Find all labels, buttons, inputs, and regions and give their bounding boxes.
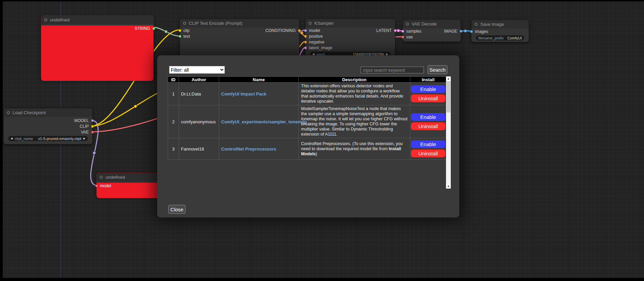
output-slot-conditioning[interactable] bbox=[298, 29, 301, 32]
input-slot-samples[interactable] bbox=[401, 30, 404, 33]
extension-row: 2 comfyanonymous ComfyUI_experiments/sam… bbox=[168, 105, 446, 138]
extension-description: This extension offers various detector n… bbox=[299, 83, 410, 105]
prev-arrow-icon[interactable]: ◀ bbox=[11, 137, 13, 140]
node-title-bar[interactable]: undefined bbox=[41, 16, 153, 24]
node-title: Load Checkpoint bbox=[13, 110, 46, 115]
extension-author: Fannovel16 bbox=[179, 138, 219, 160]
collapse-dot-icon[interactable] bbox=[44, 18, 47, 21]
output-slot-model[interactable] bbox=[91, 119, 94, 122]
input-slot-clip[interactable] bbox=[179, 29, 181, 32]
column-header-id: ID bbox=[168, 77, 179, 83]
extension-author: Dr.Lt.Data bbox=[179, 83, 219, 105]
uninstall-button[interactable]: Uninstall bbox=[411, 150, 445, 157]
node-body: images filename_prefix ComfyUI bbox=[472, 29, 529, 40]
node-body: model LATENT positive negative latent_im… bbox=[306, 28, 395, 57]
output-slot-string[interactable] bbox=[152, 27, 155, 30]
input-slot-latent-image[interactable] bbox=[304, 47, 307, 49]
node-title: VAE Decode bbox=[412, 21, 436, 27]
output-slot-label: VAE bbox=[81, 130, 89, 135]
input-slot-label: vae bbox=[406, 35, 413, 39]
next-arrow-icon[interactable]: ▶ bbox=[83, 137, 85, 140]
extension-description: ControlNet Preprocessors. (To use this e… bbox=[299, 138, 410, 160]
extension-row: 3 Fannovel16 ControlNet Preprocessors Co… bbox=[168, 138, 446, 160]
enable-button[interactable]: Enable bbox=[411, 140, 445, 148]
node-vae-decode[interactable]: VAE Decode samples IMAGE vae bbox=[402, 19, 461, 42]
input-slot-positive[interactable] bbox=[304, 35, 307, 38]
table-scrollbar[interactable]: ▲ ▼ bbox=[446, 76, 451, 189]
node-undefined-top[interactable]: undefined STRING bbox=[41, 15, 154, 80]
collapse-dot-icon[interactable] bbox=[183, 22, 186, 25]
uninstall-button[interactable]: Uninstall bbox=[411, 94, 445, 102]
node-title: undefined bbox=[50, 17, 69, 22]
input-slot-label: model bbox=[100, 183, 111, 188]
input-slot-negative[interactable] bbox=[304, 41, 307, 43]
input-slot-images[interactable] bbox=[470, 30, 473, 33]
output-slot-image[interactable] bbox=[460, 30, 462, 33]
ckpt-name-widget[interactable]: ◀ ckpt_name v1-5-pruned-emaonly.ckpt ▶ bbox=[8, 136, 88, 141]
input-slot-label: images bbox=[475, 29, 488, 34]
widget-value: ComfyUI bbox=[507, 36, 522, 40]
node-load-checkpoint[interactable]: Load Checkpoint MODEL CLIP VAE ◀ ckpt_na… bbox=[3, 108, 93, 144]
output-slot-vae[interactable] bbox=[91, 131, 94, 134]
collapse-dot-icon[interactable] bbox=[100, 176, 103, 179]
search-button[interactable]: Search bbox=[428, 65, 447, 74]
output-slot-label: CLIP bbox=[80, 124, 89, 129]
collapse-dot-icon[interactable] bbox=[475, 23, 478, 26]
extension-id: 2 bbox=[168, 105, 179, 138]
column-header-author: Author bbox=[179, 77, 219, 83]
node-title: KSampler bbox=[314, 21, 334, 26]
extension-id: 3 bbox=[168, 138, 179, 160]
close-button[interactable]: Close bbox=[168, 205, 185, 214]
scroll-down-icon[interactable]: ▼ bbox=[446, 184, 451, 189]
input-slot-label: model bbox=[309, 28, 320, 33]
output-slot-label: MODEL bbox=[74, 118, 89, 123]
enable-button[interactable]: Enable bbox=[411, 113, 445, 121]
extension-row: 1 Dr.Lt.Data ComfyUI Impact Pack This ex… bbox=[168, 83, 446, 105]
input-slot-label: text bbox=[183, 34, 190, 39]
uninstall-button[interactable]: Uninstall bbox=[411, 122, 445, 130]
output-slot-label: IMAGE bbox=[444, 29, 457, 34]
node-title-bar[interactable]: KSampler bbox=[306, 19, 395, 28]
extension-link[interactable]: ComfyUI_experiments/sampler_tonemap bbox=[221, 119, 307, 124]
node-title-bar[interactable]: VAE Decode bbox=[403, 20, 461, 28]
table-header-row: ID Author Name Description Install bbox=[168, 77, 446, 83]
input-slot-model[interactable] bbox=[304, 29, 307, 32]
node-body: samples IMAGE vae bbox=[403, 28, 461, 40]
output-slot-label: STRING bbox=[135, 26, 150, 31]
output-slot-label: LATENT bbox=[376, 28, 392, 33]
extension-link[interactable]: ControlNet Preprocessors bbox=[221, 146, 276, 152]
collapse-dot-icon[interactable] bbox=[406, 22, 409, 25]
collapse-dot-icon[interactable] bbox=[7, 111, 10, 114]
widget-label: filename_prefix bbox=[478, 36, 504, 40]
extension-link[interactable]: ComfyUI Impact Pack bbox=[221, 91, 266, 96]
node-ksampler[interactable]: KSampler model LATENT positive negative … bbox=[305, 19, 395, 59]
node-title: Save Image bbox=[480, 22, 504, 27]
manager-dialog: Filter: all Search ID Author Name Descri… bbox=[157, 55, 459, 217]
output-slot-clip[interactable] bbox=[91, 125, 94, 128]
input-slot-text[interactable] bbox=[179, 35, 181, 38]
node-clip-text-encode[interactable]: CLIP Text Encode (Prompt) clip CONDITION… bbox=[180, 19, 299, 59]
extension-table: ID Author Name Description Install 1 Dr.… bbox=[168, 76, 451, 160]
input-slot-vae[interactable] bbox=[401, 36, 404, 38]
widget-label: ckpt_name bbox=[15, 137, 33, 141]
collapse-dot-icon[interactable] bbox=[309, 22, 312, 25]
scrollbar-thumb[interactable] bbox=[446, 81, 450, 112]
node-save-image[interactable]: Save Image images filename_prefix ComfyU… bbox=[471, 20, 529, 42]
scroll-up-icon[interactable]: ▲ bbox=[446, 76, 451, 81]
node-title-bar[interactable]: CLIP Text Encode (Prompt) bbox=[180, 19, 299, 28]
node-title-bar[interactable]: Load Checkpoint bbox=[4, 108, 92, 117]
input-slot-model[interactable] bbox=[95, 185, 98, 187]
canvas-axis-horizontal bbox=[3, 268, 644, 268]
filter-select[interactable]: Filter: all bbox=[169, 66, 225, 74]
node-title-bar[interactable]: Save Image bbox=[472, 20, 529, 29]
extension-description: ModelSamplerTonemapNoiseTest a node that… bbox=[299, 105, 410, 138]
filename-prefix-widget[interactable]: filename_prefix ComfyUI bbox=[476, 35, 524, 40]
search-input[interactable] bbox=[361, 67, 424, 73]
node-body: MODEL CLIP VAE ◀ ckpt_name v1-5-pruned-e… bbox=[4, 118, 92, 141]
enable-button[interactable]: Enable bbox=[411, 85, 445, 93]
output-slot-latent[interactable] bbox=[394, 29, 397, 32]
column-header-name: Name bbox=[219, 77, 299, 83]
column-header-install: Install bbox=[410, 77, 446, 83]
node-title: CLIP Text Encode (Prompt) bbox=[189, 21, 243, 26]
node-body: STRING bbox=[41, 25, 153, 81]
